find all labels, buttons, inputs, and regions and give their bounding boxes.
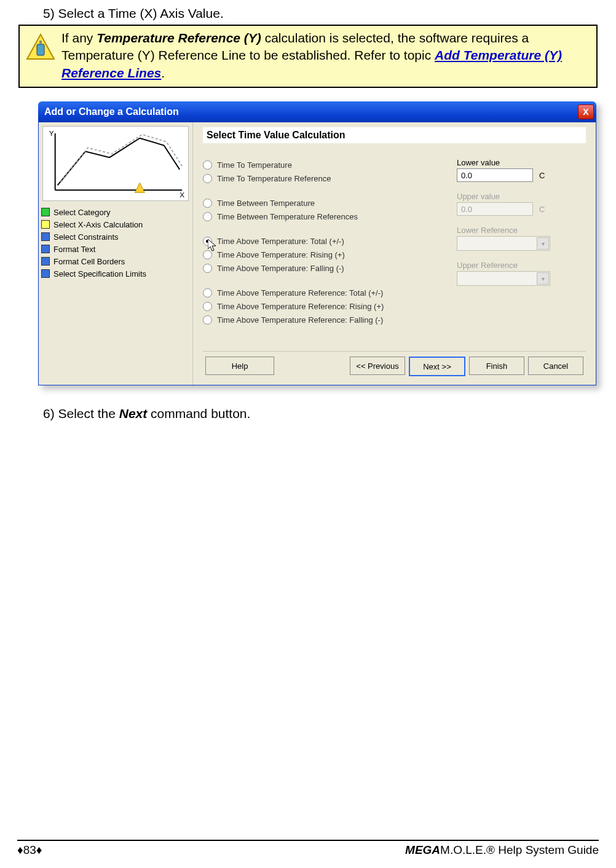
page-footer: ♦83♦ MEGAM.O.L.E.® Help System Guide <box>0 840 616 857</box>
svg-text:X: X <box>180 191 184 199</box>
square-icon <box>41 220 50 229</box>
footer-title: MEGAM.O.L.E.® Help System Guide <box>405 843 599 857</box>
radio-time-to-temp-ref[interactable]: Time To Temperature Reference <box>203 172 457 185</box>
dialog-screenshot: Add or Change a Calculation X Y X <box>38 101 596 385</box>
radio-time-above-ref-falling[interactable]: Time Above Temperature Reference: Fallin… <box>203 313 457 326</box>
lower-value-unit: C <box>539 171 545 180</box>
radio-time-above-ref-rising[interactable]: Time Above Temperature Reference: Rising… <box>203 299 457 313</box>
wizard-nav-pane: Y X Select Category Select X-Axis Calcul… <box>39 122 193 385</box>
graph-preview: Y X <box>42 126 189 201</box>
close-icon[interactable]: X <box>578 105 594 119</box>
radio-time-between-temp-ref[interactable]: Time Between Temperature References <box>203 210 457 223</box>
svg-marker-7 <box>135 183 144 192</box>
finish-button[interactable]: Finish <box>469 357 524 375</box>
wizard-button-row: Help << Previous Next >> Finish Cancel <box>203 351 586 381</box>
lower-ref-dropdown: ▾ <box>457 236 550 251</box>
chevron-down-icon: ▾ <box>537 272 549 285</box>
dialog-titlebar: Add or Change a Calculation X <box>38 101 596 122</box>
nav-item-category[interactable]: Select Category <box>41 206 192 218</box>
wizard-nav-list: Select Category Select X-Axis Calculatio… <box>39 205 192 280</box>
nav-item-format-text[interactable]: Format Text <box>41 243 192 255</box>
note-box: If any Temperature Reference (Y) calcula… <box>18 25 598 88</box>
lower-value-label: Lower value <box>457 158 586 167</box>
square-icon <box>41 245 50 253</box>
svg-text:Y: Y <box>49 129 54 138</box>
radio-time-above-ref-total[interactable]: Time Above Temperature Reference: Total … <box>203 286 457 299</box>
nav-item-constraints[interactable]: Select Constraints <box>41 231 192 243</box>
upper-value-label: Upper value <box>457 192 586 201</box>
dialog-title: Add or Change a Calculation <box>44 106 578 117</box>
nav-item-spec-limits[interactable]: Select Specification Limits <box>41 267 192 280</box>
note-text: If any Temperature Reference (Y) calcula… <box>61 30 590 82</box>
cancel-button[interactable]: Cancel <box>528 357 583 375</box>
svg-rect-2 <box>39 41 42 44</box>
previous-button[interactable]: << Previous <box>350 357 405 375</box>
wizard-content-pane: Select Time Value Calculation Time To Te… <box>193 122 596 385</box>
lower-value-input[interactable]: 0.0 <box>457 168 533 182</box>
page-number: ♦83♦ <box>17 843 42 857</box>
upper-ref-dropdown: ▾ <box>457 271 550 286</box>
chevron-down-icon: ▾ <box>537 237 549 250</box>
radio-time-between-temp[interactable]: Time Between Temperature <box>203 196 457 210</box>
square-icon <box>41 269 50 278</box>
nav-item-xaxis[interactable]: Select X-Axis Calculation <box>41 218 192 231</box>
upper-value-input: 0.0 <box>457 202 533 216</box>
square-icon <box>41 257 50 266</box>
radio-time-to-temp[interactable]: Time To Temperature <box>203 158 457 172</box>
pane-heading: Select Time Value Calculation <box>203 127 586 143</box>
next-button[interactable]: Next >> <box>409 357 465 376</box>
square-icon <box>41 232 50 241</box>
lower-ref-label: Lower Reference <box>457 226 586 235</box>
help-button[interactable]: Help <box>205 357 274 375</box>
step-5-text: 5) Select a Time (X) Axis Value. <box>43 6 598 21</box>
radio-time-above-total[interactable]: Time Above Temperature: Total (+/-) <box>203 234 457 248</box>
step-6-text: 6) Select the Next command button. <box>43 406 598 421</box>
radio-time-above-rising[interactable]: Time Above Temperature: Rising (+) <box>203 248 457 261</box>
upper-value-unit: C <box>539 205 545 214</box>
upper-ref-label: Upper Reference <box>457 261 586 270</box>
svg-rect-1 <box>37 44 44 55</box>
radio-time-above-falling[interactable]: Time Above Temperature: Falling (-) <box>203 261 457 275</box>
nav-item-format-borders[interactable]: Format Cell Borders <box>41 255 192 267</box>
square-icon <box>41 208 50 216</box>
warning-icon <box>26 32 55 61</box>
